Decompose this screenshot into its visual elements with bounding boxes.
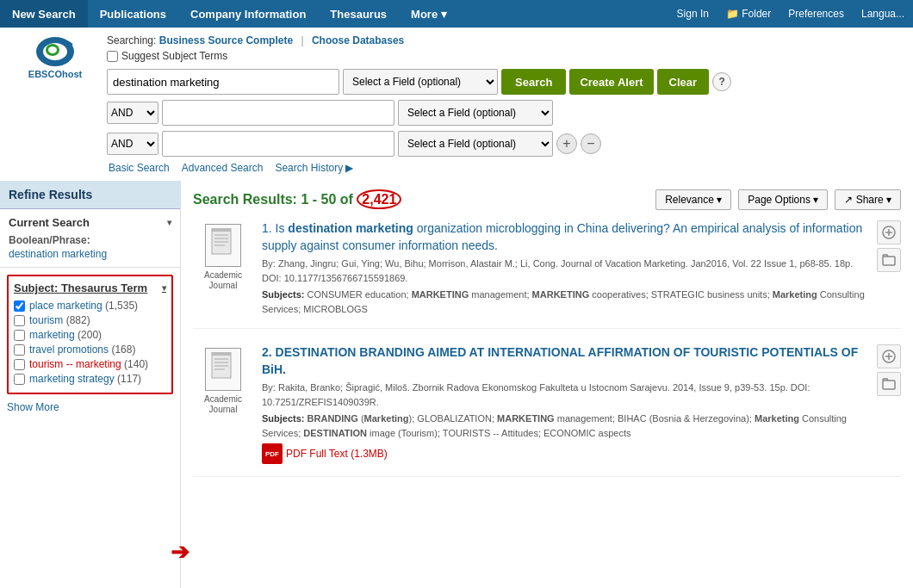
help-button[interactable]: ? [712, 72, 731, 91]
result-thumb-2: AcademicJournal [193, 344, 253, 464]
field-select-2[interactable]: Select a Field (optional) [398, 100, 553, 126]
share-button[interactable]: ↗ Share ▾ [835, 189, 901, 210]
folder-icon-1 [882, 253, 896, 267]
search-header: EBSCOhost Searching: Business Source Com… [0, 28, 913, 181]
thesaurus-checkbox-2[interactable] [14, 330, 25, 341]
thesaurus-checkbox-5[interactable] [14, 374, 25, 385]
result-title-2[interactable]: 2. DESTINATION BRANDING AIMED AT INTERNA… [262, 345, 858, 376]
nav-preferences[interactable]: Preferences [779, 0, 853, 28]
clear-button[interactable]: Clear [657, 69, 710, 95]
results-header: Search Results: 1 - 50 of 2,421 Relevanc… [193, 189, 901, 210]
search-input-1[interactable] [107, 69, 339, 95]
boolean-phrase-value: destination marketing [9, 248, 171, 260]
folder-result-1-button[interactable] [877, 248, 901, 272]
boolean-select-1[interactable]: AND [107, 102, 158, 124]
save-icon-2 [882, 350, 896, 363]
thesaurus-item-4: tourism -- marketing (140) [14, 358, 166, 370]
current-search-label: Current Search [9, 216, 90, 229]
boolean-select-2[interactable]: AND [107, 133, 158, 155]
main-content: Refine Results Current Search ▾ Boolean/… [0, 181, 913, 588]
show-more-link[interactable]: Show More [7, 401, 173, 413]
search-input-2[interactable] [162, 100, 394, 126]
choose-databases-link[interactable]: Choose Databases [312, 34, 404, 46]
pdf-icon: PDF [262, 443, 283, 464]
nav-language[interactable]: Langua... [853, 0, 913, 28]
nav-new-search[interactable]: New Search [0, 0, 88, 28]
suggest-subject-row: Suggest Subject Terms [107, 50, 901, 62]
current-search-section: Current Search ▾ Boolean/Phrase: destina… [0, 209, 180, 268]
search-row-3: AND Select a Field (optional) + − [107, 131, 901, 157]
folder-result-2-button[interactable] [877, 372, 901, 396]
create-alert-button[interactable]: Create Alert [569, 69, 653, 95]
svg-point-3 [48, 46, 57, 53]
thesaurus-chevron[interactable]: ▾ [162, 283, 166, 293]
results-label: Search Results: [193, 192, 297, 207]
result-thumb-1: AcademicJournal [193, 220, 253, 316]
thesaurus-link-4[interactable]: tourism -- marketing [29, 358, 121, 370]
folder-icon-2 [882, 377, 896, 391]
search-links: Basic Search Advanced Search Search Hist… [107, 162, 901, 174]
result-subjects-1: Subjects: CONSUMER education; MARKETING … [262, 288, 870, 316]
thesaurus-checkbox-4[interactable] [14, 359, 25, 370]
document-svg-1 [210, 228, 236, 259]
svg-rect-13 [883, 257, 895, 265]
field-select-3[interactable]: Select a Field (optional) [398, 131, 553, 157]
doc-icon-1 [205, 224, 241, 267]
results-range: 1 - 50 of [301, 192, 352, 207]
thesaurus-checkbox-3[interactable] [14, 344, 25, 356]
thesaurus-count-0: (1,535) [105, 300, 138, 312]
top-navigation: New Search Publications Company Informat… [0, 0, 913, 28]
save-result-1-button[interactable] [877, 220, 901, 244]
thesaurus-count-4: (140) [124, 358, 148, 370]
remove-row-button[interactable]: − [581, 133, 601, 154]
doc-icon-2 [205, 348, 241, 391]
basic-search-link[interactable]: Basic Search [109, 162, 170, 174]
svg-rect-4 [212, 228, 231, 254]
search-button[interactable]: Search [501, 69, 566, 95]
add-row-button[interactable]: + [556, 133, 577, 154]
current-search-title: Current Search ▾ [9, 216, 171, 229]
nav-company-information[interactable]: Company Information [178, 0, 318, 28]
search-input-3[interactable] [162, 131, 394, 157]
nav-publications[interactable]: Publications [88, 0, 178, 28]
relevance-button[interactable]: Relevance ▾ [655, 189, 731, 210]
thesaurus-count-5: (117) [117, 373, 141, 385]
thesaurus-link-5[interactable]: marketing strategy [29, 373, 115, 385]
subjects-value-1: CONSUMER education; MARKETING management… [262, 289, 865, 314]
search-history-link[interactable]: Search History ▶ [275, 162, 353, 174]
results-total: 2,421 [357, 189, 401, 209]
nav-folder[interactable]: 📁 Folder [717, 0, 779, 28]
thesaurus-count-1: (882) [66, 314, 90, 326]
nav-sign-in[interactable]: Sign In [668, 0, 717, 28]
result-title-1[interactable]: 1. Is destination marketing organization… [262, 221, 862, 252]
svg-rect-14 [212, 352, 231, 378]
thesaurus-link-0[interactable]: place marketing [29, 300, 102, 312]
results-count: Search Results: 1 - 50 of 2,421 [193, 192, 401, 207]
thesaurus-item-5: marketing strategy (117) [14, 373, 166, 385]
subjects-label-1: Subjects: [262, 289, 307, 300]
pdf-full-text-link[interactable]: PDF PDF Full Text (1.3MB) [262, 443, 870, 464]
field-select-1[interactable]: Select a Field (optional) [343, 69, 498, 95]
thesaurus-checkbox-0[interactable] [14, 300, 25, 312]
save-result-2-button[interactable] [877, 344, 901, 368]
save-icon-1 [882, 226, 896, 239]
thesaurus-item-0: place marketing (1,535) [14, 300, 166, 312]
result-actions-1 [877, 220, 901, 316]
thesaurus-link-1[interactable]: tourism [29, 314, 63, 326]
thesaurus-link-2[interactable]: marketing [29, 329, 75, 341]
nav-more[interactable]: More ▾ [399, 0, 459, 28]
suggest-subject-checkbox[interactable] [107, 51, 118, 62]
sidebar: Refine Results Current Search ▾ Boolean/… [0, 181, 181, 588]
svg-rect-15 [212, 352, 231, 356]
thesaurus-section: Subject: Thesaurus Term ▾ place marketin… [7, 275, 173, 394]
advanced-search-link[interactable]: Advanced Search [182, 162, 264, 174]
nav-thesaurus[interactable]: Thesaurus [318, 0, 399, 28]
search-area: Searching: Business Source Complete | Ch… [107, 34, 901, 174]
thesaurus-link-3[interactable]: travel promotions [29, 344, 109, 356]
thesaurus-item-2: marketing (200) [14, 329, 166, 341]
thesaurus-checkbox-1[interactable] [14, 315, 25, 326]
result-content-2: 2. DESTINATION BRANDING AIMED AT INTERNA… [262, 344, 870, 464]
page-options-button[interactable]: Page Options ▾ [738, 189, 828, 210]
database-link[interactable]: Business Source Complete [159, 34, 293, 46]
subjects-value-2: BRANDING (Marketing); GLOBALIZATION; MAR… [262, 413, 847, 438]
